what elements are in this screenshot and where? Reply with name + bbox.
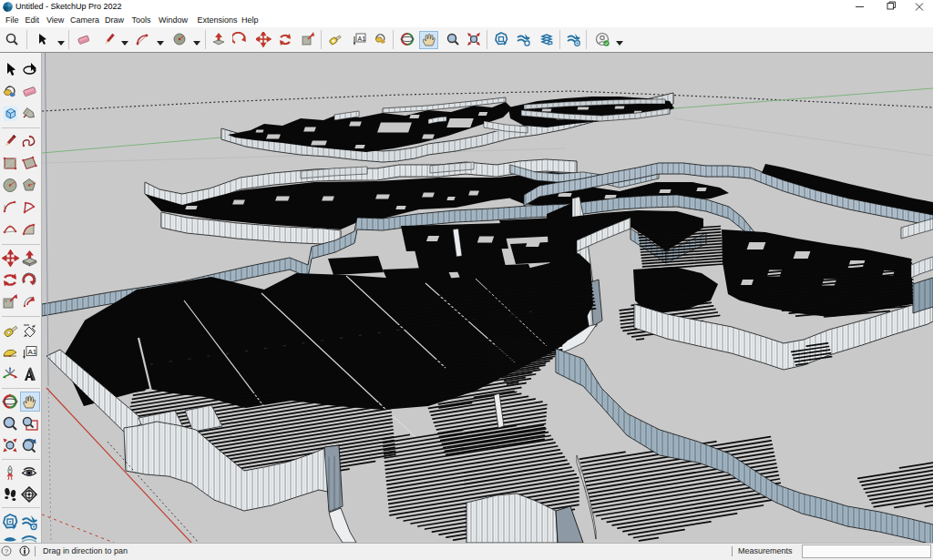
svg-text:A1: A1 — [28, 348, 37, 356]
svg-text:A1: A1 — [358, 36, 366, 42]
svg-text:?: ? — [5, 547, 9, 555]
